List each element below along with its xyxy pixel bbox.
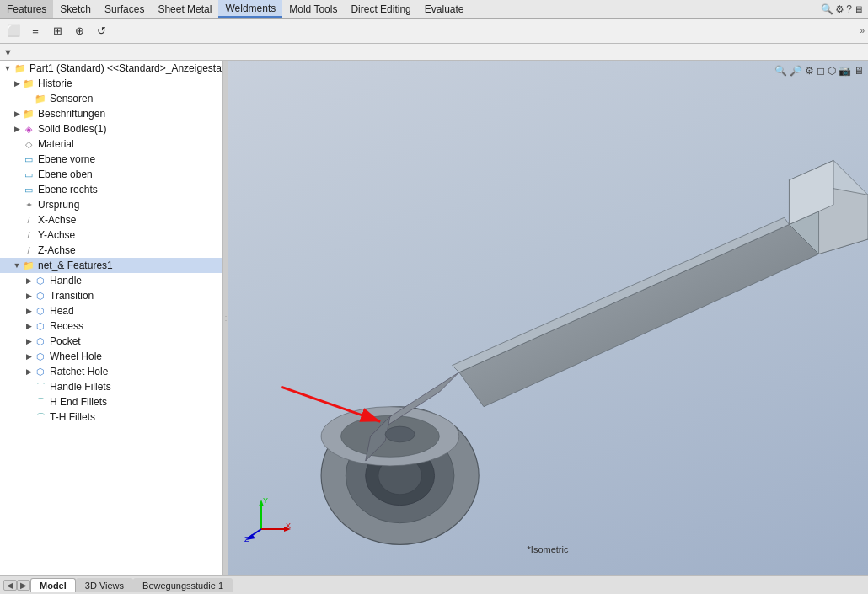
list-button[interactable]: ≡ [25,21,46,41]
label-wheel-hole: Wheel Hole [50,351,102,362]
label-ratchet-hole: Ratchet Hole [50,366,108,377]
tree-item-h-end-fillets[interactable]: ⌒ H End Fillets [0,394,222,409]
tree-item-handle-fillets[interactable]: ⌒ Handle Fillets [0,379,222,394]
grid-button[interactable]: ⊞ [47,21,67,41]
icon-solid-bodies: ◈ [22,122,35,136]
svg-marker-0 [459,224,819,406]
icon-sensoren: 📁 [34,92,47,105]
menu-surfaces[interactable]: Surfaces [98,0,151,18]
expand-arrow-handle[interactable]: ▶ [24,276,34,285]
toolbar: ⬜ ≡ ⊞ ⊕ ↺ » [0,19,868,44]
label-handle: Handle [50,275,82,286]
expand-arrow-ratchet-hole[interactable]: ▶ [24,367,34,376]
label-h-end-fillets: H End Fillets [50,396,107,408]
menu-mold-tools[interactable]: Mold Tools [282,0,344,18]
label-ebene-vorne: Ebene vorne [38,153,95,165]
label-solid-bodies: Solid Bodies(1) [38,123,106,135]
tree-item-solid-bodies[interactable]: ▶ ◈ Solid Bodies(1) [0,121,222,136]
label-y-achse: Y-Achse [38,229,75,241]
menu-direct-editing[interactable]: Direct Editing [344,0,417,18]
tree-item-beschriftungen[interactable]: ▶ 📁 Beschriftungen [0,106,222,121]
tab-3d-views[interactable]: 3D Views [76,578,133,592]
root-label: Part1 (Standard) <<Standard>_Anzeigestat… [29,62,223,74]
menu-sketch[interactable]: Sketch [53,0,98,18]
options-icon[interactable]: ⚙ [835,3,844,15]
rotate-button[interactable]: ↺ [91,21,111,41]
tree-item-pocket[interactable]: ▶ ⬡ Pocket [0,334,222,349]
label-t-h-fillets: T-H Fillets [50,411,95,423]
icon-material: ◇ [22,137,35,151]
snap-button[interactable]: ⊕ [69,21,89,41]
label-z-achse: Z-Achse [38,244,76,256]
expand-arrow-head[interactable]: ▶ [24,307,34,315]
expand-arrow-recess[interactable]: ▶ [24,322,34,330]
tree-item-head[interactable]: ▶ ⬡ Head [0,303,222,318]
tree-item-material[interactable]: ◇ Material [0,136,222,152]
icon-y-achse: / [22,228,35,242]
label-recess: Recess [50,320,83,332]
icon-pocket: ⬡ [34,334,47,348]
next-page-button[interactable]: ▶ [17,580,30,591]
label-ursprung: Ursprung [38,199,79,211]
tree-item-recess[interactable]: ▶ ⬡ Recess [0,318,222,334]
monitor-icon[interactable]: 🖥 [854,4,863,14]
tree-item-z-achse[interactable]: / Z-Achse [0,243,222,258]
view-label: *Isometric [228,544,868,554]
left-panel[interactable]: ▼ 📁 Part1 (Standard) <<Standard>_Anzeige… [0,61,223,575]
icon-transition: ⬡ [34,289,47,302]
label-sensoren: Sensoren [50,93,93,104]
toolbar-separator [115,23,115,40]
help-icon[interactable]: ? [846,3,852,15]
menu-evaluate[interactable]: Evaluate [418,0,471,18]
tree-item-ratchet-hole[interactable]: ▶ ⬡ Ratchet Hole [0,364,222,379]
toolbar-expand[interactable]: » [860,26,865,35]
icon-handle-fillets: ⌒ [34,380,47,393]
tree-item-transition[interactable]: ▶ ⬡ Transition [0,288,222,303]
main-layout: ▼ 📁 Part1 (Standard) <<Standard>_Anzeige… [0,61,868,575]
menu-features[interactable]: Features [0,0,53,18]
svg-marker-1 [453,217,790,372]
icon-ebene-oben: ▭ [22,168,35,181]
svg-line-15 [281,387,380,421]
tree-item-ebene-vorne[interactable]: ▭ Ebene vorne [0,152,222,167]
tab-model[interactable]: Model [30,578,76,592]
tree-item-weld-features[interactable]: ▼ 📁 net_& Features1 [0,258,222,273]
label-handle-fillets: Handle Fillets [50,381,111,393]
tree-item-t-h-fillets[interactable]: ⌒ T-H Fillets [0,409,222,425]
tree-root[interactable]: ▼ 📁 Part1 (Standard) <<Standard>_Anzeige… [0,61,222,76]
label-historie: Historie [38,78,72,89]
viewport[interactable]: 🔍 🔎 ⚙ ◻ ⬡ 📷 🖥 [228,61,868,575]
tree-item-ebene-oben[interactable]: ▭ Ebene oben [0,167,222,182]
icon-weld-features: 📁 [22,259,35,272]
tab-bewegungsstudie[interactable]: Bewegungsstudie 1 [133,578,233,592]
icon-z-achse: / [22,243,35,257]
tree-item-ursprung[interactable]: ✦ Ursprung [0,197,222,212]
expand-arrow-beschriftungen[interactable]: ▶ [12,110,22,118]
expand-arrow-weld-features[interactable]: ▼ [12,261,22,270]
tree-item-handle[interactable]: ▶ ⬡ Handle [0,273,222,288]
label-ebene-rechts: Ebene rechts [38,184,98,195]
tree-item-sensoren[interactable]: 📁 Sensoren [0,91,222,106]
tree-item-wheel-hole[interactable]: ▶ ⬡ Wheel Hole [0,349,222,364]
menu-weldments[interactable]: Weldments [218,0,282,18]
new-button[interactable]: ⬜ [3,21,24,41]
label-pocket: Pocket [50,335,81,347]
expand-arrow-transition[interactable]: ▶ [24,292,34,300]
root-icon: 📁 [13,62,27,75]
tree-item-x-achse[interactable]: / X-Achse [0,212,222,227]
icon-ratchet-hole: ⬡ [34,365,47,378]
wrench-3d-model [228,61,868,575]
expand-arrow-solid-bodies[interactable]: ▶ [12,125,22,133]
expand-arrow-wheel-hole[interactable]: ▶ [24,352,34,361]
root-expand-arrow[interactable]: ▼ [2,64,13,72]
tree-item-historie[interactable]: ▶ 📁 Historie [0,76,222,91]
tree-item-ebene-rechts[interactable]: ▭ Ebene rechts [0,182,222,197]
search-icon[interactable]: 🔍 [821,3,833,15]
expand-arrow-pocket[interactable]: ▶ [24,337,34,345]
tree-item-y-achse[interactable]: / Y-Achse [0,227,222,243]
filter-icon[interactable]: ▼ [3,47,13,57]
menu-sheet-metal[interactable]: Sheet Metal [151,0,218,18]
prev-page-button[interactable]: ◀ [3,580,17,591]
svg-text:Y: Y [263,496,268,505]
expand-arrow-historie[interactable]: ▶ [12,79,22,88]
